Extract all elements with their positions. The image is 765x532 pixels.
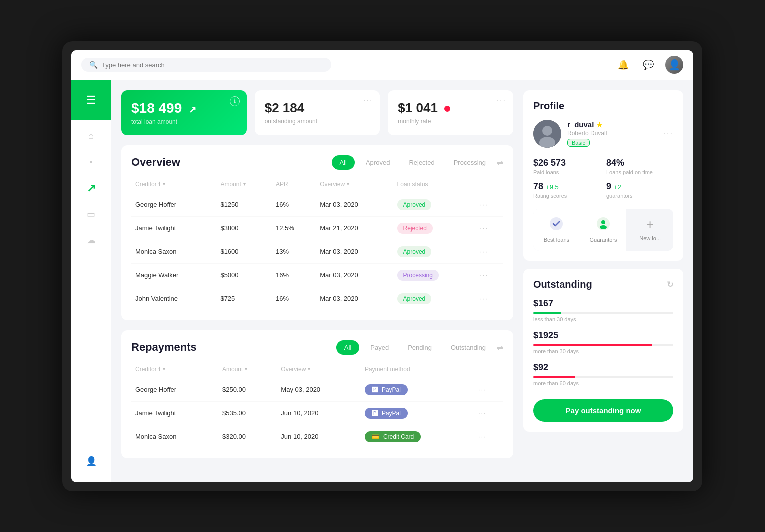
row-dots[interactable]: ··· <box>480 295 488 302</box>
card-dots-icon[interactable]: ··· <box>364 96 373 105</box>
row-actions[interactable]: ··· <box>476 193 504 216</box>
sidebar-item-home[interactable]: ⌂ <box>80 125 102 147</box>
rep-tab-pending[interactable]: Pending <box>400 340 440 355</box>
profile-user: r_duval ★ Roberto Duvall Basic ··· <box>534 120 674 148</box>
rep-amount-sort[interactable]: Amount <box>222 366 248 373</box>
rep-creditor-cell: George Hoffer <box>132 378 218 401</box>
rep-tab-outstanding[interactable]: Outstanding <box>443 340 494 355</box>
search-icon: 🔍 <box>90 61 98 69</box>
total-loan-amount: $18 499 ↗ <box>132 100 237 116</box>
overview-panel: Overview All Aproved Rejected Processing… <box>122 145 514 320</box>
rep-col-payment: Payment method <box>361 363 474 378</box>
outstanding-amount-1: $1925 <box>534 330 674 341</box>
pay-outstanding-button[interactable]: Pay outstanding now <box>534 399 674 422</box>
rep-method-cell: 🅿 PayPal <box>361 378 474 401</box>
status-badge: Aproved <box>398 246 432 257</box>
rep-col-overview: Overview <box>277 363 361 378</box>
col-apr: APR <box>272 178 316 193</box>
profile-panel: Profile r_duval <box>524 90 684 261</box>
overview-tab-group: All Aproved Rejected Processing ⇌ <box>332 155 504 170</box>
rep-overview-sort[interactable]: Overview <box>281 366 310 373</box>
repayments-panel: Repayments All Payed Pending Outstanding… <box>122 330 514 458</box>
rep-row-dots[interactable]: ··· <box>478 433 487 440</box>
table-row: George Hoffer $1250 16% Mar 03, 2020 Apr… <box>132 193 504 216</box>
creditor-cell: Monica Saxon <box>132 240 216 263</box>
rep-row-actions[interactable]: ··· <box>474 425 504 448</box>
tab-approved[interactable]: Aproved <box>358 155 398 170</box>
apr-cell: 12,5% <box>272 216 316 240</box>
sidebar-item-trend[interactable]: ↗ <box>80 177 102 199</box>
overview-sort[interactable]: Overview <box>320 181 350 188</box>
row-dots[interactable]: ··· <box>480 248 488 255</box>
row-actions[interactable]: ··· <box>476 240 504 263</box>
status-cell: Aproved <box>394 287 476 310</box>
rep-tab-all[interactable]: All <box>336 340 360 355</box>
sidebar-item-folder[interactable]: ▭ <box>80 203 102 225</box>
chat-icon[interactable]: 💬 <box>640 57 656 73</box>
status-cell: Aproved <box>394 193 476 216</box>
rep-row-actions[interactable]: ··· <box>474 378 504 401</box>
table-row: George Hoffer $250.00 May 03, 2020 🅿 Pay… <box>132 378 504 401</box>
date-cell: Mar 03, 2020 <box>316 240 393 263</box>
rep-amount-cell: $535.00 <box>218 401 277 425</box>
outstanding-label-1: more than 30 days <box>534 348 674 354</box>
creditor-sort[interactable]: Creditor ℹ <box>136 181 166 188</box>
rep-creditor-sort[interactable]: Creditor ℹ <box>136 366 166 373</box>
paid-time-value: 84% <box>606 158 674 168</box>
status-badge: Rejected <box>398 223 433 234</box>
table-row: Jamie Twilight $535.00 Jun 10, 2020 🅿 Pa… <box>132 401 504 425</box>
apr-cell: 16% <box>272 193 316 216</box>
row-actions[interactable]: ··· <box>476 216 504 240</box>
tab-more-icon[interactable]: ⇌ <box>497 158 504 167</box>
card-dots-icon2[interactable]: ··· <box>497 96 506 105</box>
payment-method-badge: 🅿 PayPal <box>365 408 408 419</box>
rep-tab-payed[interactable]: Payed <box>362 340 397 355</box>
outstanding-bar-fill-0 <box>534 312 562 314</box>
sidebar-logo[interactable]: ☰ <box>72 80 112 120</box>
creditor-cell: George Hoffer <box>132 193 216 216</box>
rep-row-dots[interactable]: ··· <box>478 409 487 417</box>
rep-col-amount: Amount <box>218 363 277 378</box>
tab-processing[interactable]: Processing <box>446 155 494 170</box>
tab-rejected[interactable]: Rejected <box>401 155 442 170</box>
rep-row-actions[interactable]: ··· <box>474 401 504 425</box>
rep-date-cell: Jun 10, 2020 <box>277 401 361 425</box>
row-dots[interactable]: ··· <box>480 271 488 279</box>
amount-cell: $1250 <box>216 193 272 216</box>
sidebar-item-chart[interactable]: ▪ <box>80 151 102 173</box>
paid-loans-value: $26 573 <box>534 158 600 168</box>
sidebar-item-cloud[interactable]: ☁ <box>80 229 102 251</box>
avatar[interactable]: 👤 <box>666 56 684 74</box>
info-icon[interactable]: ℹ <box>230 96 240 106</box>
repayments-header: Repayments All Payed Pending Outstanding… <box>132 340 504 355</box>
new-loan-action[interactable]: + New lo... <box>627 209 674 251</box>
table-row: Monica Saxon $1600 13% Mar 03, 2020 Apro… <box>132 240 504 263</box>
best-loans-action[interactable]: Best loans <box>534 209 580 251</box>
trend-icon: ↗ <box>87 182 96 195</box>
profile-dots[interactable]: ··· <box>664 129 674 138</box>
rep-tab-more-icon[interactable]: ⇌ <box>497 343 504 352</box>
amount-sort[interactable]: Amount <box>220 181 246 188</box>
content: ℹ $18 499 ↗ total loan amount ··· $2 184… <box>112 80 694 482</box>
rep-date-cell: Jun 10, 2020 <box>277 425 361 448</box>
refresh-icon[interactable]: ↻ <box>667 280 674 289</box>
folder-icon: ▭ <box>87 209 96 220</box>
stat-paid-loans: $26 573 Paid loans <box>534 158 600 175</box>
row-actions[interactable]: ··· <box>476 263 504 287</box>
row-dots[interactable]: ··· <box>480 224 488 232</box>
search-area[interactable]: 🔍 <box>82 58 332 72</box>
row-dots[interactable]: ··· <box>480 201 488 208</box>
tab-all[interactable]: All <box>332 155 355 170</box>
row-actions[interactable]: ··· <box>476 287 504 310</box>
rep-row-dots[interactable]: ··· <box>478 386 487 393</box>
rep-col-actions <box>474 363 504 378</box>
guarantors-action[interactable]: Guarantors <box>580 209 628 251</box>
col-loan-status: Loan status <box>394 178 476 193</box>
rep-method-cell: 🅿 PayPal <box>361 401 474 425</box>
sidebar-item-user[interactable]: 👤 <box>80 450 102 472</box>
notification-icon[interactable]: 🔔 <box>616 57 632 73</box>
outstanding-label-0: less than 30 days <box>534 316 674 322</box>
paid-time-label: Loans paid on time <box>606 169 674 175</box>
search-input[interactable] <box>102 61 324 69</box>
outstanding-bar-fill-2 <box>534 376 576 378</box>
